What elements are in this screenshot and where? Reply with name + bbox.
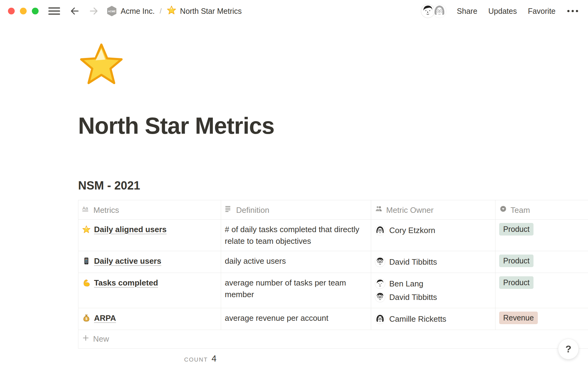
page-star-icon (167, 5, 176, 17)
cell-metrics[interactable]: Daily aligned users (78, 220, 221, 251)
table-row: Tasks completed average number of tasks … (78, 273, 588, 308)
cell-team[interactable]: Product (496, 220, 588, 251)
count-value: 4 (212, 354, 217, 364)
cell-metrics[interactable]: $ ARPA (78, 308, 221, 330)
phone-icon (82, 257, 91, 265)
owner-entry: David Tibbitts (375, 290, 492, 304)
cell-definition[interactable]: daily active users (221, 251, 371, 273)
owner-avatar (375, 225, 385, 236)
back-arrow-icon[interactable] (70, 6, 80, 16)
updates-button[interactable]: Updates (488, 7, 517, 16)
table-row: Daily aligned users # of daily tasks com… (78, 220, 588, 251)
column-header-metrics[interactable]: Aa Metrics (78, 200, 221, 220)
more-options-icon[interactable] (566, 6, 579, 16)
cell-definition[interactable]: average revenue per account (221, 308, 371, 330)
owner-name: Cory Etzkorn (389, 224, 435, 236)
person-property-icon (375, 204, 383, 216)
new-row-button[interactable]: New (78, 330, 588, 349)
text-property-icon: Aa (82, 204, 90, 216)
cell-definition[interactable]: average number of tasks per team member (221, 273, 371, 308)
team-tag: Product (499, 223, 533, 236)
count-label: COUNT (184, 356, 208, 363)
minimize-window-button[interactable] (20, 8, 27, 14)
cell-team[interactable]: Revenue (496, 308, 588, 330)
select-property-icon (499, 204, 507, 216)
breadcrumb-page-title[interactable]: North Star Metrics (180, 7, 242, 16)
topbar: ACME Acme Inc. / North Star Metrics Shar… (0, 0, 588, 22)
table-row: Daily active users daily active users Da… (78, 251, 588, 273)
sidebar-toggle-icon[interactable] (48, 6, 60, 16)
metric-page-link[interactable]: Daily aligned users (94, 224, 167, 235)
svg-text:ACME: ACME (108, 10, 115, 13)
owner-name: Camille Ricketts (389, 313, 446, 325)
cell-metric-owner[interactable]: Camille Ricketts (371, 308, 496, 330)
moneybag-icon: $ (82, 314, 91, 322)
owner-name: David Tibbitts (389, 291, 437, 303)
metric-page-link[interactable]: Tasks completed (94, 277, 158, 289)
team-tag: Product (499, 276, 533, 289)
close-window-button[interactable] (8, 8, 15, 14)
favorite-button[interactable]: Favorite (528, 7, 556, 16)
metrics-table: Aa Metrics Definition Metric Owner Team … (78, 200, 588, 349)
breadcrumb-separator: / (160, 7, 162, 15)
workspace-logo-icon[interactable]: ACME (107, 6, 117, 17)
star-icon (82, 225, 91, 234)
lines-property-icon (225, 204, 233, 216)
cell-metric-owner[interactable]: David Tibbitts (371, 251, 496, 273)
table-header-row: Aa Metrics Definition Metric Owner Team (78, 200, 588, 220)
svg-text:Aa: Aa (82, 205, 88, 211)
table-body: Daily aligned users # of daily tasks com… (78, 220, 588, 330)
column-header-team[interactable]: Team (496, 200, 588, 220)
cell-team[interactable]: Product (496, 273, 588, 308)
owner-avatar (375, 314, 385, 324)
cell-definition[interactable]: # of daily tasks completed that directly… (221, 220, 371, 251)
team-tag: Product (499, 255, 533, 267)
column-header-definition[interactable]: Definition (221, 200, 371, 220)
cell-metric-owner[interactable]: Ben Lang David Tibbitts (371, 273, 496, 308)
share-button[interactable]: Share (457, 7, 477, 16)
collaborator-avatars[interactable] (421, 4, 447, 18)
owner-entry: Cory Etzkorn (375, 224, 492, 237)
page-title[interactable]: North Star Metrics (78, 112, 588, 140)
zoom-window-button[interactable] (32, 8, 39, 14)
cell-metrics[interactable]: Tasks completed (78, 273, 221, 308)
cell-team[interactable]: Product (496, 251, 588, 273)
owner-avatar (375, 278, 385, 289)
svg-text:$: $ (85, 317, 87, 320)
column-header-metric-owner[interactable]: Metric Owner (371, 200, 496, 220)
count-footer[interactable]: COUNT 4 (78, 349, 221, 364)
page-content: North Star Metrics NSM - 2021 Aa Metrics… (0, 41, 588, 364)
breadcrumb-workspace[interactable]: Acme Inc. (121, 7, 155, 16)
owner-avatar (375, 257, 385, 267)
section-heading[interactable]: NSM - 2021 (78, 179, 588, 193)
biceps-icon (82, 278, 91, 287)
help-button[interactable]: ? (558, 339, 579, 359)
window-controls (8, 8, 39, 14)
metric-page-link[interactable]: ARPA (94, 312, 116, 324)
breadcrumb: ACME Acme Inc. / North Star Metrics (107, 5, 242, 17)
owner-name: Ben Lang (389, 278, 423, 289)
page-icon-star[interactable] (78, 41, 125, 88)
owner-entry: David Tibbitts (375, 255, 492, 269)
metric-page-link[interactable]: Daily active users (94, 255, 161, 267)
plus-icon (82, 334, 89, 344)
team-tag: Revenue (499, 312, 538, 324)
forward-arrow-icon[interactable] (88, 6, 99, 16)
owner-entry: Camille Ricketts (375, 312, 492, 326)
owner-entry: Ben Lang (375, 277, 492, 290)
owner-avatar (375, 292, 385, 302)
cell-metric-owner[interactable]: Cory Etzkorn (371, 220, 496, 251)
avatar-camille[interactable] (432, 4, 447, 18)
owner-name: David Tibbitts (389, 256, 437, 268)
table-row: $ ARPA average revenue per account Camil… (78, 308, 588, 330)
cell-metrics[interactable]: Daily active users (78, 251, 221, 273)
